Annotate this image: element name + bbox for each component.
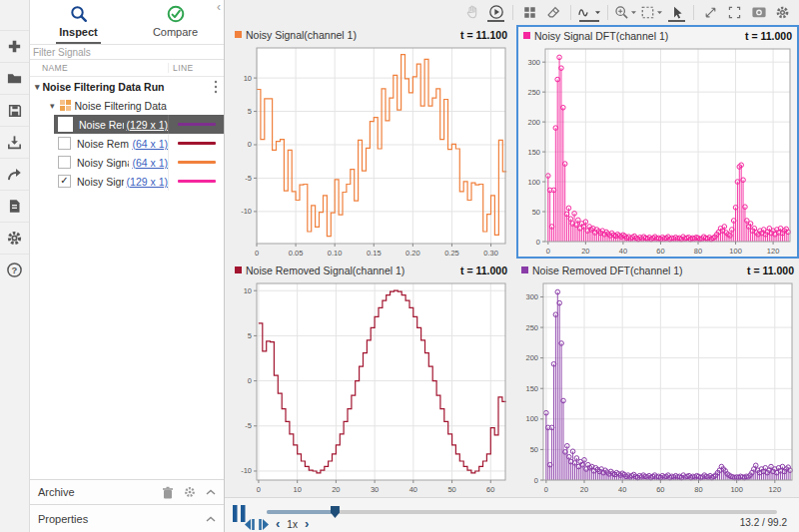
fit-to-view-button[interactable] — [639, 2, 664, 22]
expand-button[interactable] — [699, 2, 722, 22]
inspect-magnifier-icon — [69, 4, 89, 24]
signal-row[interactable]: Noise Removed [(129 x 1) — [30, 115, 224, 134]
svg-text:-5: -5 — [245, 421, 252, 430]
svg-text:120: 120 — [767, 247, 780, 256]
playback-speed-label[interactable]: 1x — [285, 519, 300, 530]
chart-noisy-signal[interactable]: 00.050.100.150.200.250.30-10-50510 — [230, 43, 512, 259]
report-button[interactable] — [0, 190, 29, 222]
snapshot-camera-button[interactable] — [747, 2, 770, 22]
collapse-chevron-icon[interactable] — [206, 489, 216, 495]
signal-visibility-checkbox[interactable] — [58, 117, 73, 132]
svg-text:200: 200 — [527, 118, 540, 127]
signal-visibility-checkbox[interactable] — [58, 137, 71, 150]
svg-text:0: 0 — [255, 249, 259, 258]
dataset-icon — [60, 100, 71, 111]
signal-row[interactable]: Noise Removed Si(64 x 1) — [30, 134, 224, 153]
signal-row-body[interactable]: Noise Removed Si(64 x 1) — [54, 134, 224, 153]
time-slider[interactable] — [267, 510, 777, 514]
chart-noise-removed-signal[interactable]: 0102030405060-10-50510 — [230, 278, 512, 495]
svg-text:10: 10 — [244, 286, 252, 295]
compare-check-icon — [166, 4, 186, 24]
plot-card-noisy-signal[interactable]: Noisy Signal(channel 1)t = 11.10000.050.… — [230, 26, 512, 259]
dataset-group-row[interactable]: ▾ Noise Filtering Data — [30, 96, 224, 115]
preferences-gear-button[interactable] — [0, 222, 29, 254]
plot-card-noisy-dft[interactable]: Noisy Signal DFT(channel 1)t = 11.000020… — [516, 25, 799, 259]
svg-text:-5: -5 — [245, 174, 252, 183]
pointer-button[interactable] — [665, 2, 688, 22]
plot-card-noise-removed-dft[interactable]: Noise Removed DFT(channel 1)t = 11.00002… — [516, 262, 799, 495]
signal-row-body[interactable]: ✓Noisy Signal DFT(129 x 1) — [54, 172, 224, 191]
slower-button[interactable]: ‹ — [273, 518, 283, 530]
eraser-button[interactable] — [542, 2, 565, 22]
faster-button[interactable]: › — [302, 518, 312, 530]
chart-noisy-dft[interactable]: 020406080100120050100150200250300 — [518, 44, 797, 257]
plot-card-noise-removed-signal[interactable]: Noise Removed Signal(channel 1)t = 11.00… — [230, 262, 512, 495]
svg-text:0.15: 0.15 — [367, 249, 382, 258]
svg-text:0.05: 0.05 — [289, 249, 304, 258]
zoom-button[interactable] — [613, 2, 638, 22]
properties-label: Properties — [38, 513, 88, 525]
svg-text:0.10: 0.10 — [328, 249, 343, 258]
step-controls: ‹ 1x › — [243, 518, 312, 530]
svg-text:100: 100 — [527, 178, 540, 187]
kebab-menu-icon[interactable] — [214, 80, 218, 94]
step-forward-button[interactable] — [258, 519, 271, 530]
archive-section-header[interactable]: Archive — [30, 479, 224, 504]
collapse-caret-icon[interactable]: ▾ — [35, 82, 40, 92]
export-button[interactable] — [0, 158, 29, 190]
column-header-name: NAME — [30, 63, 168, 73]
archive-label: Archive — [38, 486, 75, 498]
svg-text:0.20: 0.20 — [405, 249, 420, 258]
signals-wave-button[interactable] — [576, 2, 602, 22]
signal-visibility-checkbox[interactable] — [58, 156, 71, 169]
signal-name: Noise Removed [ — [79, 119, 124, 131]
plot-card-header: Noisy Signal DFT(channel 1)t = 11.000 — [518, 27, 797, 44]
caret-down-icon — [594, 10, 601, 15]
trash-icon[interactable] — [162, 486, 174, 499]
collapse-caret-icon[interactable]: ▾ — [50, 101, 55, 111]
signal-dims-link[interactable]: (129 x 1) — [127, 119, 168, 131]
step-back-button[interactable] — [243, 519, 256, 530]
save-button[interactable] — [0, 94, 29, 126]
help-button[interactable]: ? — [0, 254, 29, 285]
signal-dims-link[interactable]: (64 x 1) — [132, 138, 168, 150]
settings-gear-icon — [775, 5, 790, 20]
signal-line-style-cell[interactable] — [168, 153, 224, 172]
signal-line-style-cell[interactable] — [168, 172, 224, 191]
pointer-icon — [669, 5, 684, 20]
tab-compare[interactable]: Compare — [127, 0, 224, 44]
signal-dims-link[interactable]: (64 x 1) — [132, 157, 168, 169]
pan-hand-button — [460, 2, 483, 22]
signal-line-style-cell[interactable] — [168, 134, 224, 153]
archive-settings-gear-icon[interactable] — [184, 486, 196, 498]
add-button[interactable] — [0, 30, 29, 62]
svg-text:10: 10 — [293, 485, 301, 494]
signal-dims-link[interactable]: (129 x 1) — [127, 176, 168, 188]
svg-text:100: 100 — [729, 247, 742, 256]
pan-hand-icon — [464, 4, 480, 20]
signal-row[interactable]: ✓Noisy Signal DFT(129 x 1) — [30, 172, 224, 191]
playback-controls-button[interactable] — [484, 2, 507, 22]
signal-row-body[interactable]: Noisy Signal(64 x 1) — [54, 153, 224, 172]
settings-gear-button[interactable] — [771, 2, 794, 22]
signal-visibility-checkbox[interactable]: ✓ — [58, 175, 71, 188]
chart-noise-removed-dft[interactable]: 020406080100120050100150200250300 — [516, 278, 799, 495]
signal-row-body[interactable]: Noise Removed [(129 x 1) — [54, 115, 224, 134]
tab-inspect[interactable]: Inspect — [30, 0, 127, 44]
svg-text:0.25: 0.25 — [444, 249, 459, 258]
signal-row[interactable]: Noisy Signal(64 x 1) — [30, 153, 224, 172]
layout-grid-button[interactable] — [518, 2, 541, 22]
filter-signals-input[interactable] — [30, 44, 224, 60]
run-row[interactable]: ▾ Noise Filtering Data Run — [30, 77, 224, 96]
fullscreen-button[interactable] — [723, 2, 746, 22]
collapse-chevron-icon[interactable] — [206, 516, 216, 522]
time-slider-handle[interactable] — [331, 506, 340, 518]
signal-line-style-cell[interactable] — [168, 115, 224, 134]
properties-section-header[interactable]: Properties — [30, 504, 224, 532]
import-button[interactable] — [0, 126, 29, 158]
app-toolstrip: ? — [0, 0, 30, 532]
svg-text:0.30: 0.30 — [483, 249, 498, 258]
legend-swatch — [235, 266, 242, 273]
svg-text:100: 100 — [525, 414, 538, 423]
open-folder-button[interactable] — [0, 62, 29, 94]
